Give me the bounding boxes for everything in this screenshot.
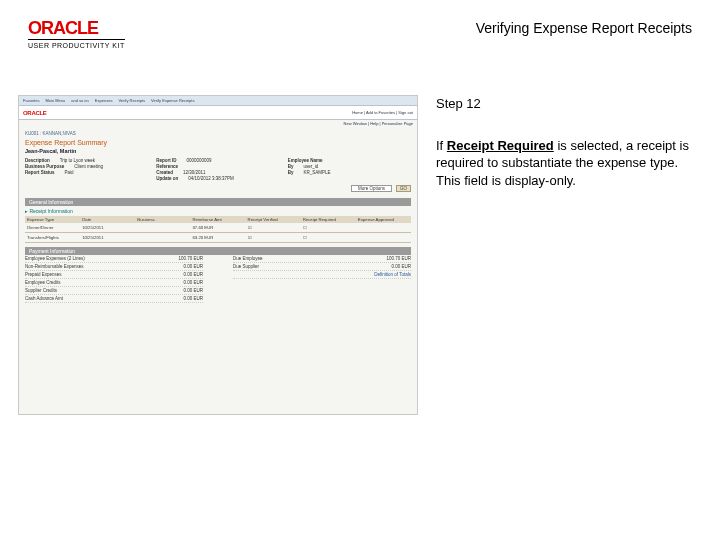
tab: Expenses (95, 98, 113, 103)
field-col-left: DescriptionTrip to Lyon week Business Pu… (25, 157, 148, 182)
cell: Dinner/Dinner (27, 225, 78, 230)
person-name: Jean-Pascal, Martin (25, 148, 411, 154)
tab: and so on (71, 98, 89, 103)
lbl: Due Supplier (233, 264, 259, 269)
section-bar-general: General Information (25, 198, 411, 206)
shot-topbar: Favorites Main Menu and so on Expenses V… (19, 96, 417, 106)
expense-table-header: Expense Type Date Business Reimburse Amt… (25, 216, 411, 223)
lbl: Due Employee (233, 256, 263, 261)
lbl: Report ID (156, 158, 176, 163)
col: Expense Approved (358, 217, 409, 222)
val: 0.00 EUR (183, 288, 203, 293)
go-button: GO (396, 185, 411, 192)
lbl: Employee Expenses (2 Lines) (25, 256, 85, 261)
app-screenshot: Favorites Main Menu and so on Expenses V… (18, 95, 418, 415)
val: Client meeting (74, 164, 103, 169)
content-area: Favorites Main Menu and so on Expenses V… (0, 55, 720, 415)
val: 0.00 EUR (391, 264, 411, 269)
table-row: Dinner/Dinner 10/25/2011 37.60 EUR ☑ ☐ (25, 223, 411, 233)
lbl: Business Purpose (25, 164, 64, 169)
lbl: Prepaid Expenses (25, 272, 62, 277)
lbl: Cash Advance Amt (25, 296, 63, 301)
val: Paid (65, 170, 74, 175)
table-row: Transfers/Flights 10/25/2011 63.20 EUR ☑… (25, 233, 411, 243)
val: 0000000009 (187, 158, 212, 163)
more-options-row: More Options GO (25, 185, 411, 192)
lbl: Employee Name (288, 158, 323, 163)
oracle-logo-block: ORACLE USER PRODUCTIVITY KIT (28, 18, 125, 49)
val: user_id (303, 164, 318, 169)
cell: ☐ (303, 235, 354, 240)
lbl: Update on (156, 176, 178, 181)
mini-oracle-logo: ORACLE (23, 110, 47, 116)
cell (137, 225, 188, 230)
col: Expense Type (27, 217, 78, 222)
cell (137, 235, 188, 240)
cell: ☑ (248, 235, 299, 240)
val: 12/30/2011 (183, 170, 206, 175)
page-links: New Window | Help | Personalize Page (19, 120, 417, 127)
cell (358, 235, 409, 240)
receipt-required-term: Receipt Required (447, 138, 554, 153)
val: 04/10/2012 3:38:37PM (188, 176, 234, 181)
val: 100.70 EUR (386, 256, 411, 261)
lbl: Reference (156, 164, 178, 169)
lbl: By (288, 164, 294, 169)
link: Definition of Totals (374, 272, 411, 277)
breadcrumb: KU001 : KANNAN,NIVAS (25, 131, 411, 136)
page-header: ORACLE USER PRODUCTIVITY KIT Verifying E… (0, 0, 720, 55)
val: 0.00 EUR (183, 296, 203, 301)
receipt-info-toggle: ▸ Receipt Information (25, 206, 411, 216)
instruction-panel: Step 12 If Receipt Required is selected,… (436, 95, 692, 415)
payment-columns: Employee Expenses (2 Lines)100.70 EUR No… (25, 255, 411, 303)
lbl: Non-Reimbursable Expenses (25, 264, 84, 269)
lbl: Employee Credits (25, 280, 61, 285)
more-options-select: More Options (351, 185, 392, 192)
val: KR_SAMPLE (303, 170, 330, 175)
col: Receipt Verified (248, 217, 299, 222)
section-bar-payment: Payment Information (25, 247, 411, 255)
shot-brandbar: ORACLE Home | Add to Favorites | Sign ou… (19, 106, 417, 120)
payment-left: Employee Expenses (2 Lines)100.70 EUR No… (25, 255, 203, 303)
col: Reimburse Amt (192, 217, 243, 222)
col: Receipt Required (303, 217, 354, 222)
shot-body: KU001 : KANNAN,NIVAS Expense Report Summ… (19, 127, 417, 307)
cell: 37.60 EUR (192, 225, 243, 230)
tab: Main Menu (45, 98, 65, 103)
lbl: Report Status (25, 170, 55, 175)
cell: Transfers/Flights (27, 235, 78, 240)
cell: 63.20 EUR (192, 235, 243, 240)
cell: 10/25/2011 (82, 235, 133, 240)
val: 100.70 EUR (178, 256, 203, 261)
oracle-logo: ORACLE (28, 18, 125, 39)
oracle-logo-subtitle: USER PRODUCTIVITY KIT (28, 39, 125, 49)
tab: Verify Receipts (118, 98, 145, 103)
cell: 10/25/2011 (82, 225, 133, 230)
instruction-text: If Receipt Required is selected, a recei… (436, 137, 692, 190)
val: 0.00 EUR (183, 280, 203, 285)
lbl: By (288, 170, 294, 175)
val: 0.00 EUR (183, 272, 203, 277)
brand-links: Home | Add to Favorites | Sign out (352, 110, 413, 115)
col: Date (82, 217, 133, 222)
col: Business (137, 217, 188, 222)
field-col-right: Employee Name Byuser_id ByKR_SAMPLE (288, 157, 411, 182)
cell: ☑ (248, 225, 299, 230)
lbl: Created (156, 170, 173, 175)
tab: Verify Expense Receipts (151, 98, 194, 103)
val: Trip to Lyon week (60, 158, 95, 163)
val: 0.00 EUR (183, 264, 203, 269)
section-title: Expense Report Summary (25, 139, 411, 146)
lbl: Supplier Credits (25, 288, 57, 293)
tab: Favorites (23, 98, 39, 103)
page-title: Verifying Expense Report Receipts (476, 20, 692, 36)
payment-right: Due Employee100.70 EUR Due Supplier0.00 … (233, 255, 411, 303)
cell: ☐ (303, 225, 354, 230)
lbl: Description (25, 158, 50, 163)
text: If (436, 138, 447, 153)
step-label: Step 12 (436, 95, 692, 113)
field-col-mid: Report ID0000000009 Reference Created12/… (156, 157, 279, 182)
cell (358, 225, 409, 230)
